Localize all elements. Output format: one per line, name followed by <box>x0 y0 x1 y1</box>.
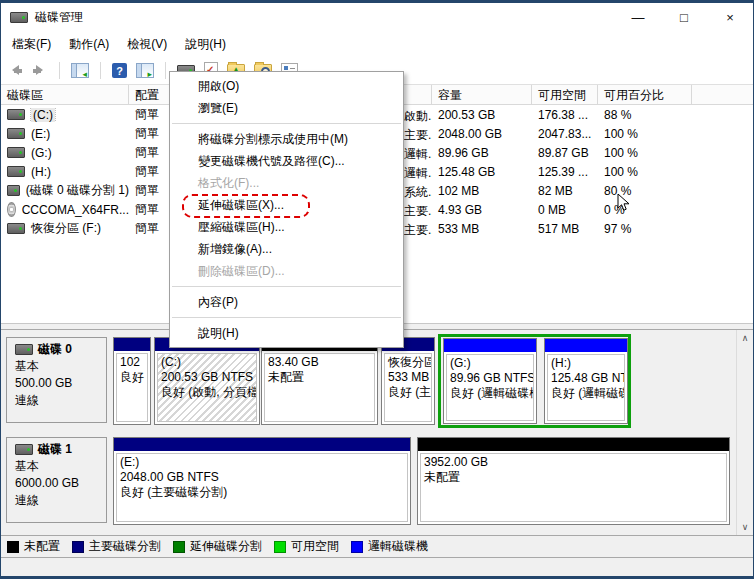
header-free-space[interactable]: 可用空間 <box>532 85 598 104</box>
legend-chip <box>72 541 84 553</box>
maximize-button[interactable]: □ <box>661 3 707 32</box>
volume-icon <box>7 147 25 158</box>
partition-line2: 200.53 GB NTFS <box>161 370 253 385</box>
menu-item-format: 格式化(F)... <box>170 172 403 194</box>
back-icon[interactable] <box>7 65 23 76</box>
partition-recovery[interactable]: 恢復分區533 MB良好 (主要 <box>381 337 435 425</box>
volume-layout: 簡單 <box>135 202 159 216</box>
volume-pct-free: 100 % <box>598 146 692 160</box>
menu-item-change-letter[interactable]: 變更磁碟機代號及路徑(C)... <box>170 150 403 172</box>
disk-1-row: 磁碟 1 基本 6000.00 GB 連線 (E:)2048.00 GB NTF… <box>1 437 733 525</box>
header-volume[interactable]: 磁碟區 <box>1 85 129 104</box>
disk-icon <box>15 444 33 455</box>
menu-bar: 檔案(F) 動作(A) 檢視(V) 說明(H) <box>1 32 753 57</box>
disk-0-label[interactable]: 磁碟 0 基本 500.00 GB 連線 <box>6 337 107 423</box>
legend-logical: 邏輯磁碟機 <box>351 538 428 555</box>
menu-view[interactable]: 檢視(V) <box>118 33 176 56</box>
partition-line3: 良好 (主要磁碟分割) <box>120 485 404 500</box>
volume-name: 恢復分區 (F:) <box>31 220 101 237</box>
header-empty <box>692 85 739 104</box>
menu-item-extend-volume[interactable]: 延伸磁碟區(X)... <box>170 194 403 216</box>
partition-line1: (G:) <box>450 356 530 371</box>
partition-line3: 良好 (主要 <box>388 385 428 400</box>
legend-label: 邏輯磁碟機 <box>368 538 428 555</box>
partition-line1: 恢復分區 <box>388 355 428 370</box>
partition-context-menu: 開啟(O) 瀏覽(E) 將磁碟分割標示成使用中(M) 變更磁碟機代號及路徑(C)… <box>169 71 404 348</box>
close-button[interactable]: × <box>707 3 753 32</box>
volume-capacity: 89.96 GB <box>432 146 532 160</box>
menu-file[interactable]: 檔案(F) <box>3 33 60 56</box>
partition-line3: 良好 <box>120 370 144 385</box>
partition-line2: 3952.00 GB <box>424 455 723 470</box>
show-action-pane-icon[interactable] <box>136 63 154 78</box>
volume-name: (C:) <box>31 108 55 122</box>
show-console-tree-icon[interactable] <box>71 63 89 78</box>
menu-item-shrink-volume[interactable]: 壓縮磁碟區(H)... <box>170 216 403 238</box>
legend-label: 延伸磁碟分割 <box>190 538 262 555</box>
volume-free: 0 MB <box>532 203 598 217</box>
volume-free: 89.87 GB <box>532 146 598 160</box>
scroll-down-icon[interactable]: ∨ <box>742 522 749 532</box>
partition-h[interactable]: (H:)125.48 GB NTFS良好 (邏輯磁碟機 <box>544 338 628 424</box>
menu-help[interactable]: 說明(H) <box>176 33 235 56</box>
partition-unallocated-disk0[interactable]: 83.40 GB未配置 <box>261 337 378 425</box>
partition-g[interactable]: (G:)89.96 GB NTFS良好 (邏輯磁碟機 <box>443 338 537 424</box>
legend-label: 可用空間 <box>291 538 339 555</box>
graphical-view-pane: 磁碟 0 基本 500.00 GB 連線 102良好 (C:)200.53 GB… <box>1 330 753 535</box>
minimize-button[interactable]: — <box>615 3 661 32</box>
partition-e[interactable]: (E:)2048.00 GB NTFS良好 (主要磁碟分割) <box>113 437 411 525</box>
legend-bar: 未配置 主要磁碟分割 延伸磁碟分割 可用空間 邏輯磁碟機 <box>1 535 753 558</box>
help-icon[interactable]: ? <box>112 63 127 78</box>
volume-name: (H:) <box>31 165 51 179</box>
volume-name: CCCOMA_X64FR... <box>22 203 129 217</box>
disk-1-label[interactable]: 磁碟 1 基本 6000.00 GB 連線 <box>6 437 107 523</box>
window-title: 磁碟管理 <box>35 9 83 26</box>
disk-type: 基本 <box>15 358 106 375</box>
vertical-scrollbar[interactable]: ∧ ∨ <box>736 330 753 535</box>
volume-icon <box>7 128 25 139</box>
disk-management-window: 磁碟管理 — □ × 檔案(F) 動作(A) 檢視(V) 說明(H) ? 磁碟區… <box>0 0 754 579</box>
volume-pct-free: 97 % <box>598 222 692 236</box>
menu-separator <box>172 123 401 124</box>
volume-pct-free: 100 % <box>598 165 692 179</box>
scroll-up-icon[interactable]: ∧ <box>742 333 749 343</box>
volume-pct-free: 0 % <box>598 203 692 217</box>
menu-item-properties[interactable]: 內容(P) <box>170 291 403 313</box>
menu-item-open[interactable]: 開啟(O) <box>170 75 403 97</box>
volume-icon <box>7 109 25 120</box>
legend-chip <box>351 541 363 553</box>
volume-layout: 簡單 <box>135 164 159 178</box>
partition-system-102mb[interactable]: 102良好 <box>113 337 151 425</box>
volume-name: (G:) <box>31 146 52 160</box>
partition-unallocated-disk1[interactable]: 3952.00 GB未配置 <box>417 437 730 525</box>
header-pct-free[interactable]: 可用百分比 <box>598 85 692 104</box>
volume-pct-free: 88 % <box>598 108 692 122</box>
forward-icon[interactable] <box>32 65 48 76</box>
partition-c-selected[interactable]: (C:)200.53 GB NTFS良好 (啟動, 分頁檔 <box>154 337 260 425</box>
menu-item-add-mirror[interactable]: 新增鏡像(A)... <box>170 238 403 260</box>
header-capacity[interactable]: 容量 <box>432 85 532 104</box>
menu-item-delete-volume: 刪除磁碟區(D)... <box>170 260 403 282</box>
volume-icon <box>7 166 25 177</box>
partition-line2: 83.40 GB <box>268 355 371 370</box>
partition-line2: 533 MB <box>388 370 428 385</box>
legend-free-space: 可用空間 <box>274 538 339 555</box>
disk-type: 基本 <box>15 458 106 475</box>
disk-size: 500.00 GB <box>15 375 106 392</box>
partition-type-strip <box>114 338 150 351</box>
volume-capacity: 2048.00 GB <box>432 127 532 141</box>
disk-name: 磁碟 1 <box>38 441 72 458</box>
menu-item-help[interactable]: 說明(H) <box>170 322 403 344</box>
menu-item-label: 延伸磁碟區(X)... <box>198 198 284 212</box>
menu-item-explore[interactable]: 瀏覽(E) <box>170 97 403 119</box>
menu-item-mark-active[interactable]: 將磁碟分割標示成使用中(M) <box>170 128 403 150</box>
legend-label: 主要磁碟分割 <box>89 538 161 555</box>
volume-capacity: 533 MB <box>432 222 532 236</box>
partition-line2: 89.96 GB NTFS <box>450 371 530 386</box>
partition-line3: 未配置 <box>268 370 371 385</box>
title-bar: 磁碟管理 — □ × <box>1 3 753 32</box>
cd-rom-icon <box>7 202 16 217</box>
volume-status-fragment: 啟動... <box>404 108 432 123</box>
volume-pct-free: 80 % <box>598 184 692 198</box>
menu-action[interactable]: 動作(A) <box>60 33 118 56</box>
